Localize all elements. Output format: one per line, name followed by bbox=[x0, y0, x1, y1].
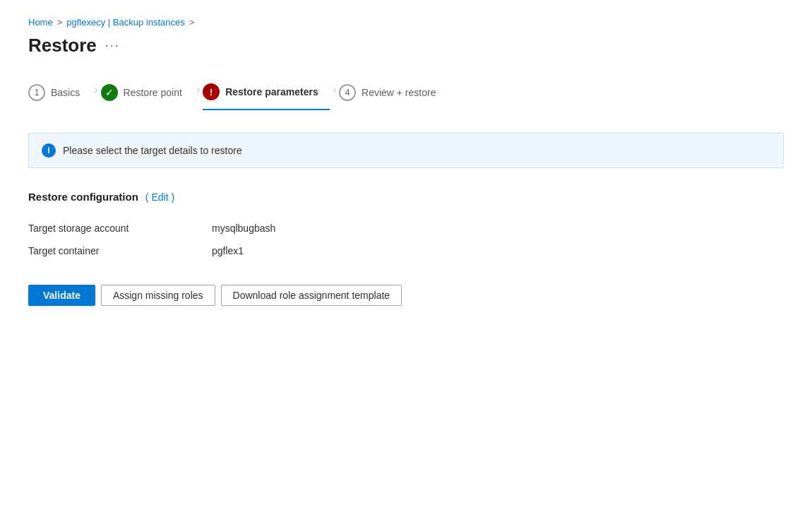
step-separator-1: › bbox=[94, 83, 97, 96]
step-review-restore[interactable]: 4 Review + restore bbox=[339, 78, 447, 110]
step-basics-circle: 1 bbox=[28, 84, 45, 101]
step-restore-parameters[interactable]: ! Restore parameters bbox=[203, 78, 330, 110]
config-label-container: Target container bbox=[28, 245, 184, 256]
info-banner-text: Please select the target details to rest… bbox=[63, 145, 242, 156]
step-restore-point-label: Restore point bbox=[124, 87, 182, 98]
step-restore-parameters-circle: ! bbox=[203, 83, 220, 100]
validate-button[interactable]: Validate bbox=[28, 285, 95, 306]
step-restore-point[interactable]: ✓ Restore point bbox=[101, 78, 193, 110]
step-restore-parameters-label: Restore parameters bbox=[225, 86, 318, 98]
edit-link[interactable]: ( Edit ) bbox=[145, 191, 174, 203]
breadcrumb-separator-2: > bbox=[189, 17, 195, 28]
download-template-button[interactable]: Download role assignment template bbox=[221, 285, 402, 306]
config-row-storage: Target storage account mysqlbugbash bbox=[28, 217, 784, 240]
step-basics[interactable]: 1 Basics bbox=[28, 78, 91, 110]
ellipsis-button[interactable]: ··· bbox=[105, 38, 120, 53]
page-title: Restore bbox=[28, 35, 97, 57]
breadcrumb: Home > pgflexecy | Backup instances > bbox=[28, 17, 784, 28]
config-value-storage: mysqlbugbash bbox=[212, 223, 275, 234]
step-review-restore-circle: 4 bbox=[339, 84, 356, 101]
step-basics-label: Basics bbox=[51, 87, 80, 98]
button-row: Validate Assign missing roles Download r… bbox=[28, 285, 784, 306]
assign-missing-roles-button[interactable]: Assign missing roles bbox=[101, 285, 215, 306]
breadcrumb-home[interactable]: Home bbox=[28, 17, 53, 28]
breadcrumb-backup[interactable]: pgflexecy | Backup instances bbox=[66, 17, 184, 28]
step-separator-3: › bbox=[333, 83, 336, 96]
config-table: Target storage account mysqlbugbash Targ… bbox=[28, 217, 784, 262]
step-restore-point-circle: ✓ bbox=[101, 84, 118, 101]
restore-configuration-header: Restore configuration ( Edit ) bbox=[28, 191, 784, 203]
step-separator-2: › bbox=[196, 83, 200, 96]
breadcrumb-separator-1: > bbox=[57, 17, 63, 28]
section-title: Restore configuration bbox=[28, 191, 138, 203]
config-value-container: pgflex1 bbox=[212, 245, 244, 256]
info-banner: i Please select the target details to re… bbox=[28, 133, 784, 168]
wizard-steps: 1 Basics › ✓ Restore point › ! Restore p… bbox=[28, 78, 784, 110]
config-row-container: Target container pgflex1 bbox=[28, 240, 784, 262]
page-title-row: Restore ··· bbox=[28, 35, 784, 57]
step-review-restore-label: Review + restore bbox=[362, 87, 436, 98]
config-label-storage: Target storage account bbox=[28, 223, 184, 234]
info-icon: i bbox=[42, 143, 56, 158]
